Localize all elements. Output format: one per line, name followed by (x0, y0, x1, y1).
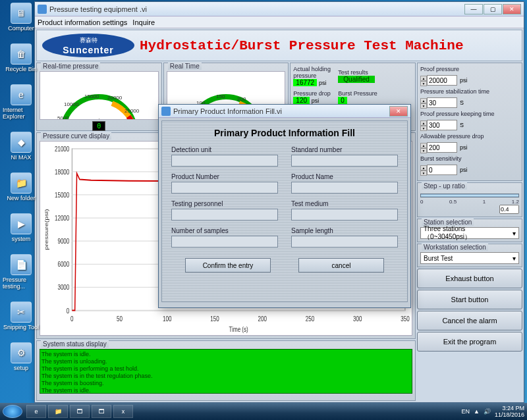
step-up-value[interactable] (499, 205, 519, 214)
panel-title: Real-time pressure (41, 63, 100, 70)
menu-product-info[interactable]: Product information settings (38, 18, 127, 26)
svg-text:psi: psi (93, 117, 99, 120)
spin-up-icon[interactable]: ▲ (420, 165, 427, 171)
spin-up-icon[interactable]: ▲ (420, 120, 427, 126)
drop-value: 120 (293, 97, 310, 104)
maximize-button[interactable]: ▢ (484, 4, 502, 14)
status-line: The system is unloading. (42, 358, 410, 365)
desktop-icon-folder[interactable]: 📁New folder (3, 172, 40, 201)
params-panel: Proof pressure ▲▼ psi Pressure stabiliza… (417, 63, 522, 181)
status-area[interactable]: The system is idle. The system is unload… (40, 349, 412, 394)
result-value: Qualified (338, 76, 374, 83)
proof-pressure-input[interactable] (427, 75, 457, 86)
step-up-slider[interactable] (420, 194, 519, 197)
task-icon[interactable]: 📁 (48, 405, 68, 418)
desktop-icon-pressure[interactable]: 📄Pressure testing... (3, 254, 40, 290)
svg-text:5000: 5000 (57, 115, 69, 120)
spin-down-icon[interactable]: ▼ (420, 81, 427, 86)
status-line: The system is idle. (42, 387, 410, 394)
desktop-icon-computer[interactable]: 🖥Computer (3, 3, 40, 32)
status-line: The system is performing a test hold. (42, 365, 410, 373)
main-titlebar[interactable]: Pressure testing equipment .vi — ▢ ✕ (35, 2, 524, 16)
spin-down-icon[interactable]: ▼ (420, 171, 427, 176)
task-icon[interactable]: 🗔 (70, 405, 90, 418)
exit-button[interactable]: Exit the program (417, 332, 522, 352)
product-number-input[interactable] (171, 182, 278, 194)
field-label: Product Number (171, 173, 278, 180)
start-button[interactable] (3, 405, 22, 418)
param-label: Pressure stabilization time (420, 88, 519, 95)
svg-text:9000: 9000 (57, 237, 69, 245)
svg-text:100: 100 (163, 314, 171, 322)
cancel-alarm-button[interactable]: Cancel the alarm (417, 311, 522, 330)
detection-unit-input[interactable] (171, 155, 278, 167)
sample-length-input[interactable] (291, 236, 398, 248)
task-icon[interactable]: 🗔 (92, 405, 111, 418)
task-icon[interactable]: x (113, 405, 133, 418)
svg-text:6000: 6000 (57, 260, 69, 268)
desktop-icons: 🖥Computer 🗑Recycle Bin eInternet Explore… (3, 3, 40, 371)
desktop-icon-setup[interactable]: ⚙setup (3, 342, 40, 371)
confirm-button[interactable]: Confirm the entry (185, 258, 271, 273)
field-label: Standard number (291, 146, 398, 153)
modal-title: Primary Product Information Fill (171, 128, 398, 138)
menubar: Product information settings Inquire (35, 16, 524, 28)
svg-text:Time (s): Time (s) (229, 325, 248, 332)
tray-network-icon[interactable]: 🔊 (484, 408, 491, 415)
field-label: Testing personnel (171, 200, 278, 207)
svg-text:3000: 3000 (57, 283, 69, 291)
spin-down-icon[interactable]: ▼ (420, 126, 427, 131)
chevron-down-icon: ▾ (513, 230, 516, 237)
svg-text:200: 200 (237, 96, 246, 102)
svg-text:0: 0 (70, 314, 73, 322)
keeping-time-input[interactable] (427, 120, 457, 130)
minimize-button[interactable]: — (464, 4, 483, 14)
spin-down-icon[interactable]: ▼ (420, 148, 427, 153)
svg-text:200: 200 (258, 314, 267, 322)
spin-up-icon[interactable]: ▲ (420, 76, 427, 81)
start-button[interactable]: Start button (417, 290, 522, 309)
param-label: Burst sensitivity (420, 155, 519, 162)
cancel-button[interactable]: cancel (298, 258, 384, 273)
status-line: The system is boosting. (42, 380, 410, 387)
tray-flag-icon[interactable]: ▲ (474, 408, 480, 415)
desktop-icon-ie[interactable]: eInternet Explorer (3, 84, 40, 120)
svg-text:18000: 18000 (55, 168, 69, 176)
spin-down-icon[interactable]: ▼ (420, 103, 427, 109)
desktop-icon-system[interactable]: ▶system (3, 213, 40, 242)
workstation-dropdown[interactable]: Burst Test▾ (420, 252, 519, 264)
spin-up-icon[interactable]: ▲ (420, 143, 427, 148)
testing-personnel-input[interactable] (171, 209, 278, 221)
number-samples-input[interactable] (171, 236, 278, 248)
desktop-icon-nimax[interactable]: ◆NI MAX (3, 132, 40, 161)
tray-lang[interactable]: EN (462, 408, 470, 415)
svg-text:300: 300 (353, 314, 362, 322)
test-medium-input[interactable] (291, 209, 398, 221)
field-label: Sample length (291, 227, 398, 234)
close-button[interactable]: ✕ (503, 4, 521, 14)
field-label: Detection unit (171, 146, 278, 153)
holding-label: Actual holding pressure (293, 66, 335, 79)
svg-text:25000: 25000 (125, 108, 140, 114)
field-label: Number of samples (171, 227, 278, 234)
modal-titlebar[interactable]: Primary Product Information Fill.vi ✕ (159, 105, 410, 118)
svg-text:20000: 20000 (107, 95, 123, 101)
menu-inquire[interactable]: Inquire (132, 18, 155, 26)
window-title: Pressure testing equipment .vi (49, 5, 464, 13)
task-icon[interactable]: e (26, 405, 46, 418)
product-name-input[interactable] (291, 182, 398, 194)
stabilization-input[interactable] (427, 97, 457, 108)
desktop-icon-recycle[interactable]: 🗑Recycle Bin (3, 43, 40, 72)
station-dropdown[interactable]: Three stations（0~30450psi）▾ (420, 227, 519, 239)
allowable-drop-input[interactable] (427, 142, 457, 153)
result-label: Test results (338, 69, 380, 76)
modal-close-button[interactable]: ✕ (389, 106, 408, 117)
system-tray[interactable]: EN ▲ 🔊 3:24 PM 11/18/2016 (462, 405, 524, 418)
status-line: The system is in the test regulation pha… (42, 373, 410, 380)
spin-up-icon[interactable]: ▲ (420, 98, 427, 103)
burst-sensitivity-input[interactable] (427, 165, 457, 175)
desktop-icon-snip[interactable]: ✂Snipping Tool (3, 302, 40, 330)
exhaust-button[interactable]: Exhaust button (417, 269, 522, 288)
standard-number-input[interactable] (291, 155, 398, 167)
drop-label: Pressure drop (293, 90, 335, 97)
